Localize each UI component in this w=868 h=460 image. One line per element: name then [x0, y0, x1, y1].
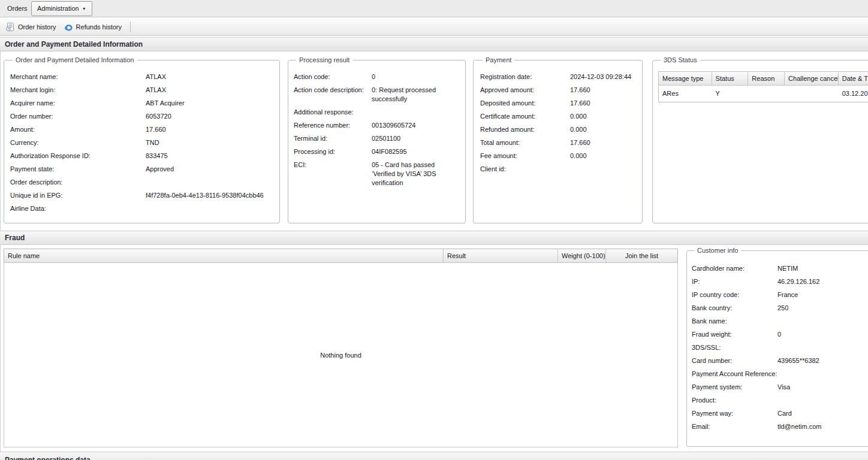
customer-info-legend: Customer info	[694, 247, 741, 254]
field-row: Unique id in EPG: f4f728fa-0eb4-4e13-811…	[10, 191, 273, 200]
field-row: Deposited amount: 17.660	[480, 99, 636, 108]
processing-result-fieldset: Processing result Action code: 0 Action …	[288, 56, 466, 223]
order-history-icon	[5, 22, 15, 32]
field-value: 0: Request processed successfully	[372, 86, 459, 104]
threeds-column-header[interactable]: Challenge cancel	[785, 72, 839, 86]
fraud-column-header[interactable]: Rule name	[4, 249, 444, 262]
processing-result-legend: Processing result	[296, 56, 352, 63]
processing-result-rows: Action code: 0 Action code description: …	[294, 72, 459, 187]
field-value: tld@netim.com	[777, 422, 868, 431]
field-label: IP country code:	[692, 290, 777, 299]
field-label: Bank country:	[692, 304, 777, 313]
partial-section-header: Payment operations data	[0, 452, 868, 460]
field-label: Currency:	[10, 138, 146, 147]
threeds-column-header[interactable]: Status	[712, 72, 749, 86]
field-value: Card	[777, 409, 868, 418]
field-label: Payment way:	[692, 409, 777, 418]
field-label: Deposited amount:	[480, 99, 570, 108]
threeds-cell-date-time: 03.12.20	[839, 86, 868, 102]
fraud-table-header: Rule name Result Weight (0-100) Join the…	[4, 249, 678, 263]
field-value: 250	[777, 304, 868, 313]
field-row: Approved amount: 17.660	[480, 86, 636, 95]
field-row: Additional response:	[294, 108, 459, 117]
field-row: IP: 46.29.126.162	[692, 277, 868, 286]
fraud-column-header[interactable]: Result	[444, 249, 558, 262]
order-info-fieldset: Order and Payment Detailed Information M…	[4, 56, 280, 223]
field-row: Processing id: 04IF082595	[294, 147, 459, 156]
epg-admin-page: Orders Administration▼ Order history	[0, 0, 868, 460]
field-row: Acquirer name: ABT Acquirer	[10, 99, 273, 108]
field-value	[777, 343, 868, 352]
field-label: IP:	[692, 277, 777, 286]
field-row: Airline Data:	[10, 204, 273, 213]
field-row: Amount: 17.660	[10, 125, 273, 134]
field-row: 3DS/SSL:	[692, 343, 868, 352]
threeds-column-header[interactable]: Message type	[659, 72, 712, 86]
field-row: Merchant login: ATLAX	[10, 86, 273, 95]
field-row: Order description:	[10, 178, 273, 187]
field-label: 3DS/SSL:	[692, 343, 777, 352]
tab-administration-label: Administration	[37, 5, 79, 12]
field-value: 17.660	[570, 86, 636, 95]
field-label: Payment Account Reference:	[692, 370, 777, 379]
tab-orders[interactable]: Orders	[5, 0, 30, 17]
field-label: Terminal id:	[294, 134, 372, 143]
field-value: ABT Acquirer	[146, 99, 273, 108]
order-history-label: Order history	[18, 23, 56, 31]
field-value: 17.660	[146, 125, 273, 134]
threeds-status-fieldset: 3DS Status Message type Status Reason Ch…	[652, 56, 868, 223]
threeds-table-header: Message type Status Reason Challenge can…	[659, 72, 868, 86]
field-row: Product:	[692, 396, 868, 405]
field-label: Fee amount:	[480, 152, 570, 161]
field-value	[777, 317, 868, 326]
field-row: ECI: 05 - Card has passed ‘Verified by V…	[294, 161, 459, 187]
field-value: 0	[777, 330, 868, 339]
threeds-table-row[interactable]: ARes Y 03.12.20	[659, 86, 868, 102]
field-value: 0.000	[570, 125, 636, 134]
field-row: Certificate amount: 0.000	[480, 112, 636, 121]
order-history-button[interactable]: Order history	[4, 20, 62, 34]
threeds-column-header[interactable]: Date & Time	[839, 72, 868, 86]
field-value: 02501100	[372, 134, 459, 143]
field-row: Client id:	[480, 165, 636, 174]
field-label: Action code:	[294, 72, 372, 81]
field-row: Reference number: 001309605724	[294, 121, 459, 130]
field-row: Authorization Response ID: 833475	[10, 152, 273, 161]
field-label: Card number:	[692, 356, 777, 365]
field-row: Refunded amount: 0.000	[480, 125, 636, 134]
page-title: Order and Payment Detailed Information	[0, 37, 868, 52]
tab-administration[interactable]: Administration▼	[31, 1, 92, 16]
field-value: 04IF082595	[372, 147, 459, 156]
field-value	[777, 396, 868, 405]
fraud-column-header[interactable]: Weight (0-100)	[558, 249, 606, 262]
field-label: Merchant login:	[10, 86, 146, 95]
field-value: f4f728fa-0eb4-4e13-8116-9538f04cbb46	[146, 191, 273, 200]
refunds-history-button[interactable]: Refunds history	[62, 20, 127, 34]
payment-fieldset: Payment Registration date: 2024-12-03 09…	[473, 56, 643, 223]
field-value: NETIM	[777, 264, 868, 273]
customer-info-rows: Cardholder name: NETIM IP: 46.29.126.162…	[692, 264, 868, 431]
chevron-down-icon: ▼	[82, 2, 86, 16]
field-label: Refunded amount:	[480, 125, 570, 134]
field-label: Merchant name:	[10, 72, 146, 81]
fraud-table-body: Nothing found	[4, 263, 678, 447]
threeds-cell-challenge-cancel	[785, 86, 839, 102]
field-value	[777, 370, 868, 379]
toolbar-separator	[130, 22, 131, 32]
order-info-rows: Merchant name: ATLAX Merchant login: ATL…	[10, 72, 273, 213]
field-value: 0.000	[570, 112, 636, 121]
refunds-history-icon	[64, 22, 73, 32]
field-label: Order description:	[10, 178, 146, 187]
refunds-history-label: Refunds history	[76, 23, 122, 31]
threeds-column-header[interactable]: Reason	[748, 72, 785, 86]
threeds-cell-status: Y	[712, 86, 749, 102]
field-row: Merchant name: ATLAX	[10, 72, 273, 81]
field-value: TND	[146, 138, 273, 147]
fraud-column-header[interactable]: Join the list	[606, 249, 677, 262]
field-label: Payment state:	[10, 165, 146, 174]
field-value: 17.660	[570, 138, 636, 147]
field-label: Airline Data:	[10, 204, 146, 213]
field-value: 0.000	[570, 152, 636, 161]
threeds-cell-message-type: ARes	[659, 86, 712, 102]
empty-table-message: Nothing found	[320, 352, 361, 359]
